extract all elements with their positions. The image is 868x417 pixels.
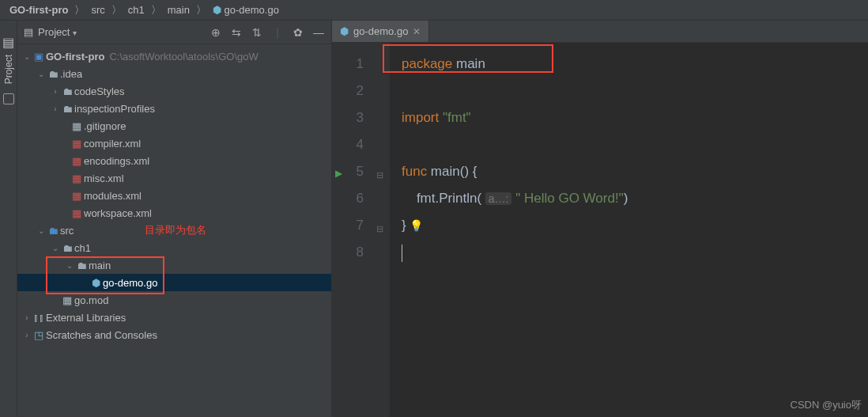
file-icon: ▦ [70, 120, 84, 132]
scratch-icon: ◳ [32, 329, 46, 341]
crumb-sep: 〉 [151, 3, 161, 17]
hide-icon[interactable]: — [312, 26, 325, 39]
project-view-icon: ▤ [24, 26, 33, 38]
code-token: fmt.Println( [402, 191, 485, 206]
code-token: ) [624, 191, 628, 206]
rail-label-project[interactable]: Project [3, 55, 14, 84]
line-number: 1 [332, 51, 364, 78]
breadcrumb-bar: GO-first-pro 〉 src 〉 ch1 〉 main 〉 ⬢ go-d… [0, 0, 868, 21]
crumb-sep: 〉 [74, 3, 85, 17]
folder-icon: 🖿 [46, 225, 60, 237]
fold-icon[interactable]: ⊟ [376, 161, 383, 188]
chevron-right-icon[interactable]: › [51, 87, 60, 96]
fold-icon[interactable]: ⊟ [376, 215, 383, 242]
tree-item[interactable]: .idea [60, 68, 82, 80]
xml-icon: ▦ [70, 155, 84, 167]
chevron-down-icon[interactable]: ⌄ [51, 244, 60, 252]
annotation-text: 目录即为包名 [145, 223, 206, 237]
code-token: } [402, 218, 406, 233]
tree-root-path: C:\asoftWorktool\atools\GO\goW [109, 51, 258, 63]
tree-item[interactable]: modules.xml [84, 190, 142, 202]
crumb-sep: 〉 [196, 3, 206, 17]
libs-icon: ⫿⫿ [32, 312, 46, 324]
tree-item[interactable]: workspace.xml [84, 207, 152, 219]
tree-root[interactable]: GO-first-pro [46, 51, 104, 63]
go-icon: ⬢ [340, 25, 349, 37]
rail-slot [3, 93, 14, 104]
project-tool-icon[interactable]: ▤ [2, 35, 14, 50]
caret [402, 245, 402, 262]
gutter: 1 2 3 4 5 6 7 8 ▶ [332, 43, 375, 417]
tree-item[interactable]: External Libraries [46, 312, 126, 324]
crumb-root[interactable]: GO-first-pro [9, 4, 68, 16]
code-token: "fmt" [443, 110, 471, 125]
annotation-box-tree [46, 256, 164, 294]
tree-item[interactable]: inspectionProfiles [74, 103, 155, 115]
divider: | [271, 26, 284, 39]
code-token: func [402, 164, 431, 179]
line-number: 6 [332, 185, 364, 212]
line-number: 7 [332, 212, 364, 239]
chevron-right-icon[interactable]: › [22, 313, 32, 322]
folder-icon: 🖿 [46, 68, 60, 80]
close-icon[interactable]: ✕ [413, 26, 421, 37]
folder-icon: 🖿 [60, 103, 74, 115]
tree-item[interactable]: go.mod [74, 294, 108, 306]
tree-item[interactable]: encodings.xml [84, 155, 149, 167]
project-sidebar: ▤ Project ⊕ ⇆ ⇅ | ✿ — ⌄▣GO-first-proC:\a… [17, 21, 332, 417]
file-icon: ▦ [60, 294, 74, 306]
xml-icon: ▦ [70, 207, 84, 219]
code-body[interactable]: package main import "fmt" func main() { … [391, 43, 868, 417]
code-token: " Hello GO Word!" [511, 191, 623, 206]
code-area[interactable]: 1 2 3 4 5 6 7 8 ▶ ⊟ ⊟ package main impor… [332, 43, 868, 417]
tree-item[interactable]: compiler.xml [84, 138, 141, 150]
chevron-down-icon[interactable]: ⌄ [22, 52, 32, 61]
line-number: 2 [332, 78, 364, 104]
expand-icon[interactable]: ⇆ [230, 26, 243, 39]
sidebar-title[interactable]: Project [38, 26, 77, 38]
settings-icon[interactable]: ✿ [292, 26, 304, 39]
tree-item[interactable]: src [60, 225, 74, 237]
watermark: CSDN @yuio呀 [791, 398, 862, 412]
fold-strip: ⊟ ⊟ [375, 43, 391, 417]
chevron-down-icon[interactable]: ⌄ [36, 226, 46, 235]
line-number: 8 [332, 239, 364, 266]
chevron-down-icon[interactable]: ⌄ [36, 70, 46, 78]
tab-label: go-demo.go [353, 25, 408, 37]
crumb-sep: 〉 [111, 3, 122, 17]
go-icon: ⬢ [213, 4, 221, 16]
tree-item[interactable]: .gitignore [84, 120, 126, 132]
code-token: () { [460, 164, 477, 179]
sidebar-header: ▤ Project ⊕ ⇆ ⇅ | ✿ — [17, 21, 331, 44]
folder-icon: 🖿 [60, 85, 74, 97]
xml-icon: ▦ [70, 172, 84, 184]
run-gutter-icon[interactable]: ▶ [335, 160, 342, 187]
project-tree[interactable]: ⌄▣GO-first-proC:\asoftWorktool\atools\GO… [17, 44, 331, 417]
folder-icon: 🖿 [60, 242, 74, 254]
tree-item[interactable]: misc.xml [84, 172, 124, 184]
tool-rail: ▤ Project [0, 21, 17, 417]
bulb-icon[interactable]: 💡 [409, 219, 423, 232]
code-token: main [431, 164, 460, 179]
chevron-right-icon[interactable]: › [22, 331, 32, 339]
crumb-src[interactable]: src [91, 4, 104, 16]
line-number: 3 [332, 104, 364, 131]
tree-item[interactable]: Scratches and Consoles [46, 329, 157, 341]
xml-icon: ▦ [70, 190, 84, 202]
annotation-box-code [383, 44, 553, 73]
crumb-ch1[interactable]: ch1 [128, 4, 145, 16]
editor-pane: ⬢ go-demo.go ✕ 1 2 3 4 5 6 7 8 ▶ ⊟ ⊟ [332, 21, 868, 417]
editor-tabs: ⬢ go-demo.go ✕ [332, 21, 868, 43]
tree-item[interactable]: codeStyles [74, 85, 125, 97]
chevron-right-icon[interactable]: › [51, 104, 60, 113]
line-number: 4 [332, 131, 364, 158]
crumb-main[interactable]: main [168, 4, 190, 16]
crumb-file[interactable]: ⬢ go-demo.go [213, 4, 279, 16]
xml-icon: ▦ [70, 138, 84, 150]
code-token: import [402, 110, 443, 125]
param-hint: a…: [485, 192, 512, 205]
tab-go-demo[interactable]: ⬢ go-demo.go ✕ [332, 21, 429, 42]
collapse-icon[interactable]: ⇅ [251, 26, 263, 39]
tree-item[interactable]: ch1 [74, 242, 91, 254]
locate-icon[interactable]: ⊕ [209, 26, 222, 39]
